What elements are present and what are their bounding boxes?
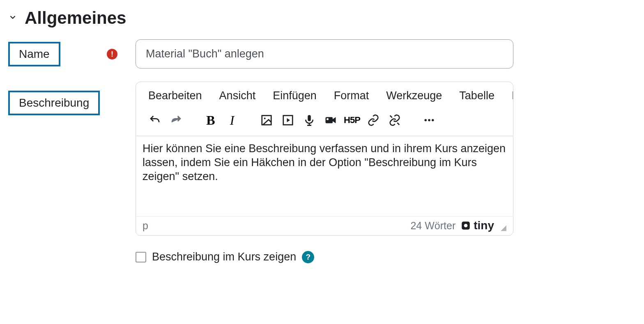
undo-icon[interactable] [146,111,164,129]
menu-help[interactable]: Hilfe [512,89,513,102]
name-label: Name [8,42,60,66]
description-control: Bearbeiten Ansicht Einfügen Format Werkz… [136,82,636,263]
show-description-row: Beschreibung im Kurs zeigen ? [136,251,636,263]
svg-marker-6 [333,117,336,123]
redo-icon[interactable] [167,111,185,129]
more-icon[interactable] [420,111,438,129]
video-icon[interactable] [279,111,297,129]
svg-point-14 [464,224,468,228]
element-path[interactable]: p [143,220,148,232]
menu-edit[interactable]: Bearbeiten [148,89,202,102]
show-description-label: Beschreibung im Kurs zeigen [152,251,296,263]
link-icon[interactable] [364,111,382,129]
name-control [136,39,636,68]
menu-insert[interactable]: Einfügen [273,89,317,102]
editor-toolbar: B I H5P [136,108,513,136]
svg-rect-5 [326,117,333,123]
menu-table[interactable]: Tabelle [459,89,494,102]
record-video-icon[interactable] [322,111,340,129]
menu-tools[interactable]: Werkzeuge [386,89,442,102]
name-label-col: Name ! [8,39,136,66]
svg-line-8 [390,116,392,118]
word-count: 24 Wörter [410,220,455,232]
tiny-brand: tiny [460,219,494,232]
section-header: Allgemeines [8,8,636,28]
microphone-icon[interactable] [300,111,318,129]
svg-rect-4 [308,115,311,121]
svg-point-7 [327,118,329,120]
editor-menubar: Bearbeiten Ansicht Einfügen Format Werkz… [136,82,513,108]
editor-content[interactable]: Hier können Sie eine Beschreibung verfas… [136,136,513,216]
svg-point-11 [428,119,430,121]
resize-handle-icon[interactable]: ◢ [501,223,506,232]
menu-format[interactable]: Format [334,89,369,102]
tiny-brand-label: tiny [474,219,494,232]
svg-marker-3 [287,118,290,122]
description-field-row: Beschreibung Bearbeiten Ansicht Einfügen… [8,82,636,263]
name-input[interactable] [136,39,513,68]
image-icon[interactable] [258,111,276,129]
svg-point-12 [432,119,434,121]
unlink-icon[interactable] [386,111,404,129]
bold-icon[interactable]: B [202,111,220,129]
svg-point-10 [425,119,427,121]
help-icon[interactable]: ? [302,251,314,263]
svg-point-1 [264,118,266,119]
rich-text-editor: Bearbeiten Ansicht Einfügen Format Werkz… [136,82,513,236]
required-icon: ! [107,49,117,59]
description-label: Beschreibung [8,91,100,115]
svg-line-9 [397,123,399,125]
h5p-icon[interactable]: H5P [343,111,361,129]
description-label-col: Beschreibung [8,82,136,115]
name-field-row: Name ! [8,39,636,68]
menu-view[interactable]: Ansicht [219,89,256,102]
italic-icon[interactable]: I [223,111,241,129]
section-title: Allgemeines [25,8,126,28]
show-description-checkbox[interactable] [136,252,146,262]
editor-statusbar: p 24 Wörter tiny ◢ [136,216,513,235]
chevron-down-icon[interactable] [8,13,17,23]
